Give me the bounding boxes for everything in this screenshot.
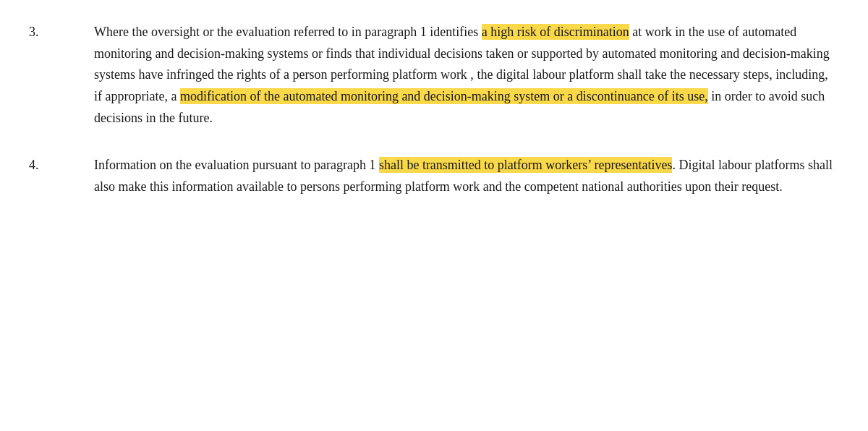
normal-text: Information on the evaluation pursuant t… (94, 158, 379, 172)
normal-text: Where the oversight or the evaluation re… (94, 25, 482, 39)
para-text-2: Information on the evaluation pursuant t… (94, 155, 839, 197)
highlighted-text: shall be transmitted to platform workers… (379, 157, 673, 173)
document-body: 3.Where the oversight or the evaluation … (29, 22, 839, 198)
para-number-1: 3. (29, 22, 94, 129)
paragraph-1: 3.Where the oversight or the evaluation … (29, 22, 839, 129)
highlighted-text: modification of the automated monitoring… (180, 88, 708, 104)
highlighted-text: a high risk of discrimination (482, 24, 629, 40)
paragraph-2: 4.Information on the evaluation pursuant… (29, 155, 839, 197)
para-number-2: 4. (29, 155, 94, 197)
para-text-1: Where the oversight or the evaluation re… (94, 22, 839, 129)
normal-text: the (477, 67, 493, 82)
